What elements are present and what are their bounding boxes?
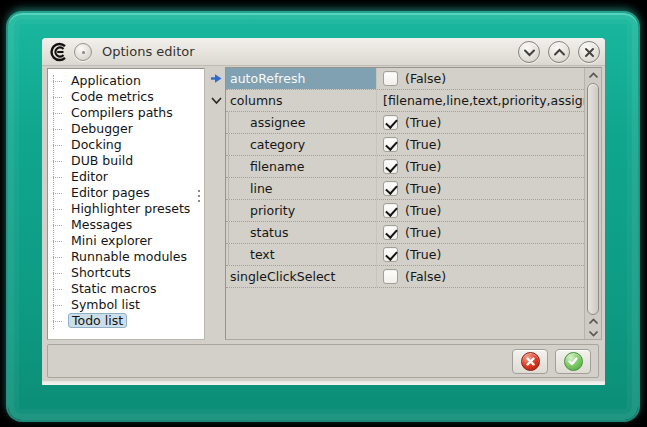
sidebar-item-mini-explorer[interactable]: Mini explorer xyxy=(48,233,204,249)
gutter-cell[interactable] xyxy=(208,89,225,111)
property-name[interactable]: status xyxy=(226,222,377,243)
sidebar-item-label: Symbol list xyxy=(68,297,143,312)
sidebar-item-runnable-modules[interactable]: Runnable modules xyxy=(48,249,204,265)
sidebar-item-label: Compilers paths xyxy=(68,105,176,120)
accept-button[interactable] xyxy=(555,349,591,374)
scroll-thumb[interactable] xyxy=(587,83,599,315)
property-value-label: (True) xyxy=(405,159,441,174)
cancel-cross-icon xyxy=(521,352,540,371)
property-value-label: (False) xyxy=(405,71,446,86)
property-value-label: (True) xyxy=(405,247,441,262)
checkbox-checked-icon[interactable] xyxy=(383,115,398,130)
property-value-label: (True) xyxy=(405,137,441,152)
scroll-up-button[interactable] xyxy=(585,69,601,82)
property-value[interactable]: (True) xyxy=(377,178,584,199)
property-row-assignee: assignee(True) xyxy=(226,112,584,134)
property-value[interactable]: [filename,line,text,priority,assigne xyxy=(377,90,584,111)
chevron-up-icon xyxy=(588,72,599,79)
chevron-down-icon xyxy=(523,48,536,57)
property-value[interactable]: (True) xyxy=(377,156,584,177)
collapse-chevron-icon[interactable] xyxy=(210,95,223,106)
footer-panel xyxy=(47,344,599,378)
property-value-label: (True) xyxy=(405,225,441,240)
property-row-autorefresh: autoRefresh(False) xyxy=(226,68,584,90)
property-grid: autoRefresh(False)columns[filename,line,… xyxy=(225,67,602,340)
gutter-cell xyxy=(208,133,225,155)
sidebar-item-messages[interactable]: Messages xyxy=(48,217,204,233)
sidebar-item-dub-build[interactable]: DUB build xyxy=(48,153,204,169)
sidebar-item-label: Code metrics xyxy=(68,89,157,104)
minimize-button[interactable] xyxy=(518,41,540,63)
checkbox-checked-icon[interactable] xyxy=(383,247,398,262)
property-value[interactable]: (True) xyxy=(377,244,584,265)
checkbox-checked-icon[interactable] xyxy=(383,137,398,152)
property-name[interactable]: assignee xyxy=(226,112,377,133)
property-value[interactable]: (True) xyxy=(377,200,584,221)
checkbox-unchecked-icon[interactable] xyxy=(383,71,398,86)
property-name[interactable]: singleClickSelect xyxy=(226,266,377,287)
sidebar-item-docking[interactable]: Docking xyxy=(48,137,204,153)
property-row-filename: filename(True) xyxy=(226,156,584,178)
property-value[interactable]: (False) xyxy=(377,68,584,89)
sidebar-item-label: Mini explorer xyxy=(68,233,155,248)
checkbox-unchecked-icon[interactable] xyxy=(383,269,398,284)
property-name[interactable]: line xyxy=(226,178,377,199)
selected-row-arrow-icon xyxy=(210,73,223,84)
property-row-priority: priority(True) xyxy=(226,200,584,222)
sidebar-item-debugger[interactable]: Debugger xyxy=(48,121,204,137)
sidebar-item-label: Runnable modules xyxy=(68,249,190,264)
cancel-button[interactable] xyxy=(512,349,548,374)
property-value[interactable]: (True) xyxy=(377,134,584,155)
window-menu-button[interactable] xyxy=(74,43,92,61)
property-value-label: (True) xyxy=(405,115,441,130)
checkbox-checked-icon[interactable] xyxy=(383,181,398,196)
checkbox-checked-icon[interactable] xyxy=(383,225,398,240)
sidebar-item-todo-list[interactable]: Todo list xyxy=(48,313,204,329)
checkbox-checked-icon[interactable] xyxy=(383,159,398,174)
scroll-down-button[interactable] xyxy=(585,327,601,340)
property-value-label: (False) xyxy=(405,269,446,284)
property-name[interactable]: autoRefresh xyxy=(226,68,377,89)
grid-marker-gutter xyxy=(208,67,225,340)
vertical-scrollbar[interactable] xyxy=(584,68,601,339)
sidebar-item-symbol-list[interactable]: Symbol list xyxy=(48,297,204,313)
gutter-cell xyxy=(208,221,225,243)
sidebar-item-highlighter-presets[interactable]: Highlighter presets xyxy=(48,201,204,217)
sidebar-item-compilers-paths[interactable]: Compilers paths xyxy=(48,105,204,121)
accept-check-icon xyxy=(564,352,583,371)
property-name[interactable]: text xyxy=(226,244,377,265)
gutter-cell xyxy=(208,265,225,287)
sidebar-item-label: Application xyxy=(68,73,144,88)
options-editor-window: Options editor ApplicationCode metricsCo… xyxy=(42,38,605,385)
sidebar-item-label: Static macros xyxy=(68,281,159,296)
sidebar-item-label: Shortcuts xyxy=(68,265,134,280)
close-button[interactable] xyxy=(578,41,600,63)
splitter-handle[interactable] xyxy=(197,188,201,208)
property-row-singleclickselect: singleClickSelect(False) xyxy=(226,266,584,288)
sidebar-item-static-macros[interactable]: Static macros xyxy=(48,281,204,297)
property-value[interactable]: (False) xyxy=(377,266,584,287)
property-name[interactable]: columns xyxy=(226,90,377,111)
sidebar-item-editor[interactable]: Editor xyxy=(48,169,204,185)
sidebar-item-editor-pages[interactable]: Editor pages xyxy=(48,185,204,201)
property-row-line: line(True) xyxy=(226,178,584,200)
property-value[interactable]: (True) xyxy=(377,112,584,133)
titlebar[interactable]: Options editor xyxy=(42,38,605,66)
property-name[interactable]: priority xyxy=(226,200,377,221)
sidebar-item-label: Debugger xyxy=(68,121,136,136)
gutter-cell xyxy=(208,67,225,89)
maximize-button[interactable] xyxy=(548,41,570,63)
sidebar-item-label: Messages xyxy=(68,217,135,232)
property-name[interactable]: category xyxy=(226,134,377,155)
property-name[interactable]: filename xyxy=(226,156,377,177)
sidebar-item-application[interactable]: Application xyxy=(48,73,204,89)
sidebar-item-code-metrics[interactable]: Code metrics xyxy=(48,89,204,105)
property-value[interactable]: (True) xyxy=(377,222,584,243)
gutter-cell xyxy=(208,111,225,133)
checkbox-checked-icon[interactable] xyxy=(383,203,398,218)
property-value-label: (True) xyxy=(405,203,441,218)
window-title: Options editor xyxy=(102,44,195,59)
sidebar-item-shortcuts[interactable]: Shortcuts xyxy=(48,265,204,281)
window-bottom-bevel xyxy=(42,381,605,385)
property-value-label: [filename,line,text,priority,assigne xyxy=(383,93,584,108)
